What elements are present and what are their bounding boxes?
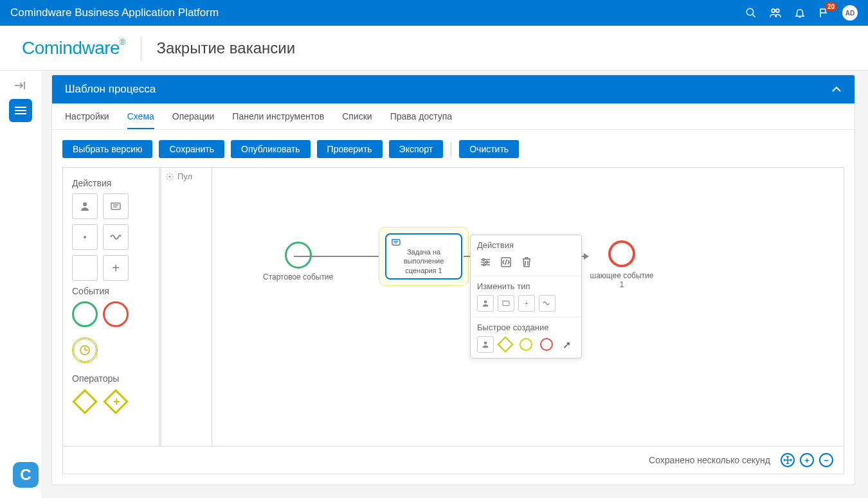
tabs: Настройки Схема Операции Панели инструме… [52,103,854,130]
ctx-quick-create-title: Быстрое создание [477,323,575,332]
chevron-up-icon[interactable] [831,86,842,93]
scrollbar[interactable] [159,168,161,446]
clear-button[interactable]: Очистить [459,140,519,158]
save-button[interactable]: Сохранить [159,140,224,158]
svg-point-23 [526,303,528,305]
workarea: Действия + События [62,167,844,447]
zoom-out-icon[interactable]: − [819,453,833,467]
svg-point-22 [484,301,487,304]
export-button[interactable]: Экспорт [389,140,444,158]
tab-settings[interactable]: Настройки [65,111,109,129]
settings-action-icon[interactable] [477,254,494,271]
select-version-button[interactable]: Выбрать версию [62,140,152,158]
quick-end-icon[interactable] [538,336,555,353]
help-bubble[interactable]: C [13,462,39,488]
fit-icon[interactable] [781,453,795,467]
toolbar: Выбрать версию Сохранить Опубликовать Пр… [62,140,844,158]
canvas[interactable]: Пул Стартовое событие [159,168,844,446]
context-menu: Действия Изменить тип [470,235,582,359]
service-task-icon[interactable] [72,224,98,250]
quick-gateway-icon[interactable] [498,336,514,353]
script-task-icon[interactable] [103,193,129,219]
start-event-node[interactable]: Стартовое событие [263,242,333,281]
pool-label: Пул [177,172,192,181]
script-task-type-icon [390,238,457,246]
svg-point-0 [746,8,754,15]
svg-point-24 [484,342,487,345]
zoom-controls: + − [781,453,833,467]
collapse-icon[interactable] [9,77,32,94]
zoom-in-icon[interactable]: + [800,453,814,467]
header: Comindware® Закрытие вакансии [0,26,868,71]
palette-section-operators: Операторы [72,373,150,384]
end-event-node[interactable]: шающее событие 1 [590,240,654,289]
user-task-icon[interactable] [72,193,98,219]
svg-point-10 [84,236,86,238]
quick-flow-icon[interactable]: ➚ [558,336,575,353]
ctx-actions-title: Действия [477,240,575,250]
avatar[interactable]: AD [842,5,858,21]
start-event-icon[interactable] [72,301,98,327]
quick-user-task-icon[interactable] [477,336,494,353]
sequence-flow-1[interactable] [294,256,385,257]
code-action-icon[interactable] [498,254,514,271]
save-status: Сохранено несколько секунд [649,455,770,465]
palette: Действия + События [63,168,159,446]
panel-title: Шаблон процесса [65,83,156,96]
page-title: Закрытие вакансии [157,39,296,57]
panel: Шаблон процесса Настройки Схема Операции… [51,75,855,485]
tab-operations[interactable]: Операции [172,111,215,129]
svg-point-9 [83,202,87,206]
type-service-icon[interactable] [518,295,535,312]
menu-button[interactable] [9,99,32,122]
svg-point-19 [486,262,488,263]
lane-divider [212,168,212,446]
tab-lists[interactable]: Списки [342,111,372,129]
footer: Сохранено несколько секунд + − [62,447,844,474]
check-button[interactable]: Проверить [317,140,383,158]
gateway-plus-icon[interactable] [103,389,129,414]
delete-action-icon[interactable] [518,254,535,271]
panel-header: Шаблон процесса [52,75,854,103]
topbar-actions: 20 AD [745,5,858,21]
notification-badge: 20 [825,3,837,11]
app-title: Comindware Business Application Platform [10,6,219,19]
end-event-label: шающее событие 1 [590,271,654,289]
type-wave-icon[interactable] [539,295,556,312]
svg-point-20 [484,264,485,266]
tab-scheme[interactable]: Схема [127,111,154,129]
script-task-node[interactable]: Задача на выполнение сценария 1 [385,233,462,280]
flag-icon[interactable]: 20 [818,6,831,19]
divider [141,37,141,60]
separator [451,142,451,156]
gateway-icon[interactable] [72,389,98,414]
ctx-change-type-title: Изменить тип [477,281,575,291]
publish-button[interactable]: Опубликовать [231,140,311,158]
plus-icon[interactable]: + [103,255,129,281]
palette-section-actions: Действия [72,178,150,188]
timer-event-icon[interactable] [72,337,98,363]
blank-task-icon[interactable] [72,255,98,281]
start-event-label: Стартовое событие [263,272,333,281]
pool-header[interactable]: Пул [165,172,192,181]
sidebar [0,71,41,498]
type-user-icon[interactable] [477,295,494,312]
end-event-icon[interactable] [103,301,129,327]
bell-icon[interactable] [793,6,806,19]
tab-toolbars[interactable]: Панели инструментов [232,111,324,129]
palette-section-events: События [72,286,150,296]
svg-point-18 [483,259,485,261]
task-label: Задача на выполнение сценария 1 [390,247,457,275]
logo: Comindware® [22,38,125,58]
type-script-icon[interactable] [498,295,514,312]
users-icon[interactable] [769,6,782,19]
topbar: Comindware Business Application Platform… [0,0,868,26]
svg-point-3 [776,9,779,12]
search-icon[interactable] [745,6,757,19]
wave-icon[interactable] [103,224,129,250]
svg-point-14 [168,175,171,178]
svg-line-1 [752,14,755,17]
quick-intermediate-icon[interactable] [518,336,534,353]
tab-permissions[interactable]: Права доступа [390,111,452,129]
svg-point-2 [772,9,775,12]
